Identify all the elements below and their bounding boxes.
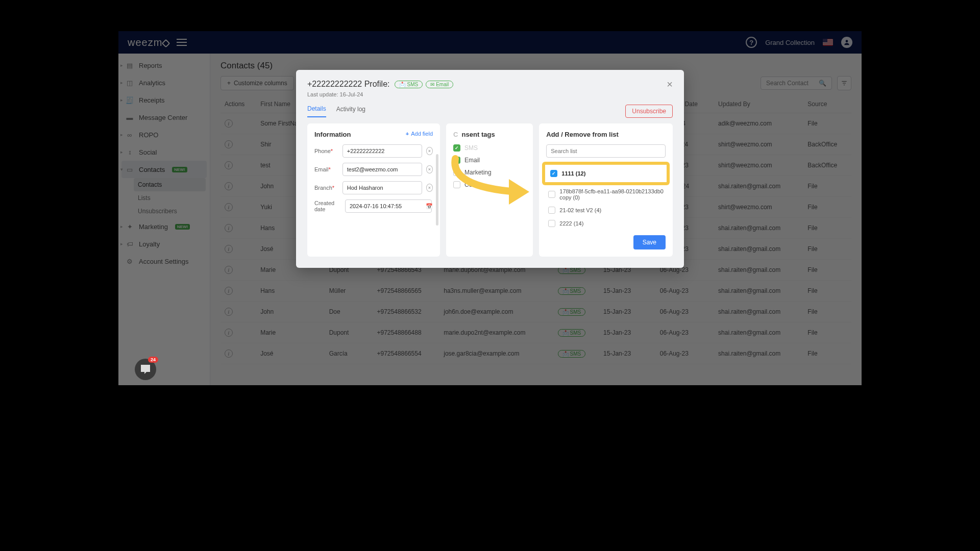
modal-last-update: Last update: 16-Jul-24 xyxy=(307,91,673,97)
add-field-button[interactable]: +Add field xyxy=(406,131,433,137)
list-item-highlighted[interactable]: 1111 (12) xyxy=(543,163,669,184)
branch-field[interactable] xyxy=(342,181,422,194)
consent-email[interactable]: Email xyxy=(453,157,526,164)
list-item[interactable]: 2222 (14) xyxy=(546,217,666,230)
tab-details[interactable]: Details xyxy=(307,105,326,117)
created-date-field[interactable] xyxy=(345,199,432,213)
clear-phone-icon[interactable]: × xyxy=(426,147,433,155)
close-icon[interactable]: × xyxy=(667,79,673,89)
lists-card: Add / Remove from list 1111 (12) 178b878… xyxy=(539,123,673,257)
profile-modal: +22222222222 Profile: 📩 SMS ✉ Email × La… xyxy=(296,70,684,268)
scrollbar[interactable] xyxy=(436,154,438,226)
email-field[interactable] xyxy=(342,163,422,176)
consent-cookie[interactable]: Cookie xyxy=(453,181,526,188)
save-button[interactable]: Save xyxy=(633,235,666,249)
notification-bubble[interactable]: 24 xyxy=(135,359,156,380)
information-card: Information +Add field Phone* × Email* ×… xyxy=(307,123,440,257)
modal-title: +22222222222 Profile: xyxy=(307,80,389,89)
notification-count-badge: 24 xyxy=(148,357,158,363)
phone-field[interactable] xyxy=(342,144,422,158)
unsubscribe-button[interactable]: Unsubscribe xyxy=(625,105,673,118)
consent-card: C nsent tags SMS Email Marketing Cookie xyxy=(446,123,533,257)
email-badge: ✉ Email xyxy=(426,81,453,88)
tab-activity-log[interactable]: Activity log xyxy=(336,106,365,117)
list-item[interactable]: 21-02 test V2 (4) xyxy=(546,204,666,217)
consent-sms[interactable]: SMS xyxy=(453,144,526,152)
clear-email-icon[interactable]: × xyxy=(426,165,433,173)
clear-branch-icon[interactable]: × xyxy=(426,184,433,192)
sms-badge: 📩 SMS xyxy=(395,81,423,88)
list-item[interactable]: 178b878f-5cfb-ea11-aa98-0210b2133db0 cop… xyxy=(546,185,666,204)
consent-marketing[interactable]: Marketing xyxy=(453,169,526,176)
search-list-input[interactable] xyxy=(546,144,666,158)
